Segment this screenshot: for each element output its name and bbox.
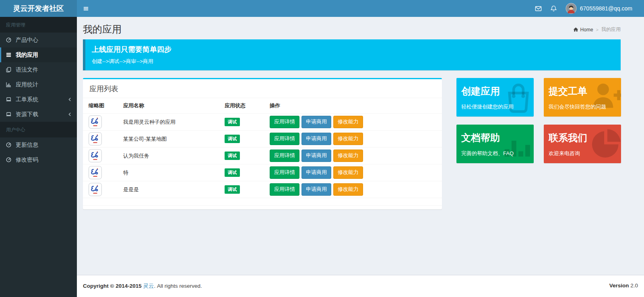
app-logo-icon	[89, 132, 102, 145]
row-actions: 应用详情申请商用修改能力	[266, 147, 442, 164]
bell-icon	[550, 5, 557, 12]
column-header: 操作	[266, 98, 442, 114]
hamburger-icon	[83, 6, 89, 12]
app-name: 是是是	[119, 181, 221, 198]
laptop-icon	[6, 96, 12, 103]
card-title: 创建应用	[461, 85, 529, 98]
column-header: 应用名称	[119, 98, 221, 114]
panel-title: 应用列表	[83, 79, 442, 98]
row-actions: 应用详情申请商用修改能力	[266, 181, 442, 198]
brand-logo[interactable]: 灵云开发者社区	[0, 0, 77, 17]
sidebar-section-label: 用户中心	[0, 122, 77, 137]
card-subtitle: 轻松便捷创建您的应用	[461, 103, 529, 111]
app-detail-button[interactable]: 应用详情	[270, 116, 299, 128]
breadcrumb: Home > 我的应用	[573, 26, 621, 33]
table-row: 我是用灵云种子的应用 调试 应用详情申请商用修改能力	[83, 114, 442, 131]
avatar	[566, 3, 577, 14]
messages-button[interactable]	[531, 0, 546, 17]
panel-footer	[83, 205, 442, 209]
sidebar-section-label: 应用管理	[0, 17, 77, 33]
breadcrumb-home-link[interactable]: Home	[573, 27, 593, 33]
app-name: 我是用灵云种子的应用	[119, 114, 221, 131]
card-title: 提交工单	[549, 85, 616, 98]
app-detail-button[interactable]: 应用详情	[270, 166, 299, 179]
banner-subtitle: 创建-->调试-->商审-->商用	[92, 58, 613, 65]
user-menu[interactable]: 670559881@qq.com	[561, 0, 634, 17]
app-detail-button[interactable]: 应用详情	[270, 133, 299, 145]
app-logo-icon	[89, 183, 102, 196]
list-icon	[6, 52, 12, 58]
breadcrumb-separator: >	[596, 27, 599, 32]
user-email: 670559881@qq.com	[580, 5, 632, 12]
card-subtitle: 我们会尽快回答您的问题	[549, 103, 616, 111]
home-icon	[573, 27, 578, 32]
modify-capability-button[interactable]: 修改能力	[333, 116, 363, 128]
table-row: 某某公司-某某地图 调试 应用详情申请商用修改能力	[83, 131, 442, 147]
status-badge: 调试	[225, 152, 240, 160]
status-badge: 调试	[225, 118, 240, 126]
apply-commercial-button[interactable]: 申请商用	[301, 133, 331, 145]
navbar-right: 670559881@qq.com	[531, 0, 644, 17]
envelope-icon	[535, 5, 542, 12]
modify-capability-button[interactable]: 修改能力	[333, 150, 363, 162]
chevron-left-icon	[68, 112, 72, 117]
app-detail-button[interactable]: 应用详情	[270, 183, 299, 196]
apply-commercial-button[interactable]: 申请商用	[301, 150, 331, 162]
sidebar-section: 应用管理 产品中心 我的应用 语法文件 应用统计 工单系统	[0, 17, 77, 122]
sidebar-item[interactable]: 资源下载	[0, 107, 77, 122]
sidebar-item[interactable]: 修改密码	[0, 152, 77, 167]
create-app-card[interactable]: 创建应用 轻松便捷创建您的应用	[456, 78, 534, 117]
sidebar-item[interactable]: 工单系统	[0, 92, 77, 107]
doc-help-card[interactable]: 文档帮助 完善的帮助文档、FAQ	[456, 125, 534, 163]
content-area: 我的应用 Home > 我的应用 上线应用只需要简单四步 创建-->调试-->商…	[77, 17, 644, 275]
top-navbar: 670559881@qq.com	[77, 0, 644, 17]
table-row: 是是是 调试 应用详情申请商用修改能力	[83, 181, 442, 198]
sidebar-section: 用户中心 更新信息 修改密码	[0, 122, 77, 167]
submit-ticket-card[interactable]: 提交工单 我们会尽快回答您的问题	[544, 78, 621, 117]
version-label: Version	[609, 283, 629, 289]
row-actions: 应用详情申请商用修改能力	[266, 131, 442, 147]
app-logo-icon	[89, 149, 102, 162]
modify-capability-button[interactable]: 修改能力	[333, 133, 363, 145]
apply-commercial-button[interactable]: 申请商用	[301, 166, 331, 179]
sidebar-item[interactable]: 我的应用	[0, 47, 77, 62]
apply-commercial-button[interactable]: 申请商用	[301, 116, 331, 128]
app-logo-icon	[89, 115, 102, 129]
version-value: 2.0	[630, 283, 638, 289]
app-logo-icon	[89, 166, 102, 179]
app-name: 某某公司-某某地图	[119, 131, 221, 147]
laptop-icon	[6, 111, 12, 118]
table-row: 特 调试 应用详情申请商用修改能力	[83, 164, 442, 181]
sidebar-item[interactable]: 更新信息	[0, 137, 77, 152]
footer-brand-link[interactable]: 灵云	[143, 283, 154, 289]
apply-commercial-button[interactable]: 申请商用	[301, 183, 331, 196]
app-list-panel: 应用列表 缩略图应用名称应用状态操作 我是用灵云种子的应用 调试 应用详情申请商…	[83, 78, 442, 209]
files-icon	[6, 67, 12, 73]
breadcrumb-current: 我的应用	[601, 26, 621, 33]
copyright-text: Copyright © 2014-2015	[83, 283, 142, 289]
modify-capability-button[interactable]: 修改能力	[333, 183, 363, 196]
banner-title: 上线应用只需要简单四步	[92, 45, 613, 54]
card-subtitle: 完善的帮助文档、FAQ	[461, 150, 529, 157]
app-detail-button[interactable]: 应用详情	[270, 150, 299, 162]
sidebar-item[interactable]: 语法文件	[0, 62, 77, 77]
modify-capability-button[interactable]: 修改能力	[333, 166, 363, 179]
card-title: 联系我们	[549, 131, 616, 144]
notifications-button[interactable]	[546, 0, 561, 17]
page-title: 我的应用	[83, 23, 621, 36]
table-header-row: 缩略图应用名称应用状态操作	[83, 98, 442, 114]
chart-icon	[6, 82, 12, 88]
dashboard-icon	[6, 142, 12, 148]
sidebar-item[interactable]: 产品中心	[0, 33, 77, 47]
sidebar-toggle-button[interactable]	[77, 0, 95, 17]
column-header: 缩略图	[83, 98, 119, 114]
row-actions: 应用详情申请商用修改能力	[266, 164, 442, 181]
table-body: 我是用灵云种子的应用 调试 应用详情申请商用修改能力 某某公司-某某地图 调试 …	[83, 114, 442, 198]
copyright-rest: . All rights reserved.	[154, 283, 202, 289]
sidebar-item[interactable]: 应用统计	[0, 77, 77, 92]
promo-banner: 上线应用只需要简单四步 创建-->调试-->商审-->商用	[83, 39, 621, 70]
shortcut-cards: 创建应用 轻松便捷创建您的应用 提交工单 我们会尽快回答您的问题 文档帮助 完善…	[456, 78, 621, 163]
status-badge: 调试	[225, 135, 240, 143]
contact-us-card[interactable]: 联系我们 欢迎来电咨询	[544, 125, 621, 163]
row-actions: 应用详情申请商用修改能力	[266, 114, 442, 131]
